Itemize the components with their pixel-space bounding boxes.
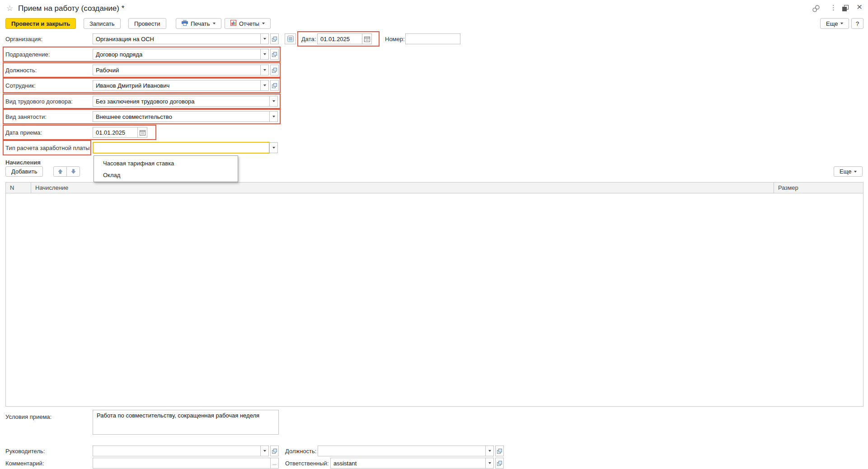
date-calendar-button[interactable] xyxy=(362,33,372,44)
arrow-down-icon xyxy=(71,169,76,174)
conditions-textarea[interactable]: Работа по совместительству, сокращенная … xyxy=(93,410,279,435)
contract-type-dropdown-button[interactable] xyxy=(269,96,278,107)
chevron-down-icon xyxy=(263,53,266,55)
dropdown-option-hourly-rate[interactable]: Часовая тарифная ставка xyxy=(94,157,238,169)
print-button[interactable]: Печать xyxy=(176,18,221,29)
date-label: Дата: xyxy=(301,33,316,44)
toolbar-more-button[interactable]: Еще xyxy=(820,18,849,29)
hire-date-input[interactable] xyxy=(93,127,138,138)
open-link-icon xyxy=(497,461,502,466)
more-menu-icon[interactable]: ⋮ xyxy=(830,4,837,12)
chevron-down-icon xyxy=(262,23,265,24)
page-title: Прием на работу (создание) * xyxy=(18,4,124,13)
save-button[interactable]: Записать xyxy=(84,18,121,29)
position-open-button[interactable] xyxy=(270,65,279,75)
help-label: ? xyxy=(856,20,859,27)
salary-calc-type-dropdown-list: Часовая тарифная ставка Оклад xyxy=(94,155,238,182)
accruals-more-label: Еще xyxy=(840,168,851,175)
comment-more-button[interactable]: ... xyxy=(270,458,279,469)
salary-calc-type-dropdown-button[interactable] xyxy=(269,142,278,153)
comment-input[interactable] xyxy=(93,458,271,469)
open-link-icon xyxy=(272,68,277,73)
column-header-amount: Размер xyxy=(774,183,863,193)
restore-window-icon[interactable] xyxy=(842,5,849,13)
printer-icon xyxy=(182,20,188,27)
accruals-table: N Начисление Размер xyxy=(5,182,863,407)
close-window-icon[interactable]: × xyxy=(857,1,862,12)
post-and-close-button[interactable]: Провести и закрыть xyxy=(5,18,76,29)
link-icon[interactable] xyxy=(812,5,820,14)
manager-position-dropdown-button[interactable] xyxy=(485,446,494,456)
organization-input[interactable] xyxy=(93,33,261,44)
accruals-table-body[interactable] xyxy=(6,193,863,406)
conditions-label: Условия приема: xyxy=(5,411,52,422)
move-up-button[interactable] xyxy=(53,166,67,177)
accruals-section-title: Начисления xyxy=(5,159,41,166)
open-link-icon xyxy=(497,449,502,454)
employee-input[interactable] xyxy=(93,80,261,91)
manager-position-input[interactable] xyxy=(318,446,486,456)
department-label: Подразделение: xyxy=(5,49,50,60)
chevron-down-icon xyxy=(488,462,491,464)
employee-open-button[interactable] xyxy=(270,80,279,91)
add-accrual-label: Добавить xyxy=(11,168,37,175)
employment-type-dropdown-button[interactable] xyxy=(269,111,278,122)
manager-label: Руководитель: xyxy=(5,446,45,456)
post-label: Провести xyxy=(134,20,160,27)
reports-button[interactable]: Отчеты xyxy=(225,18,271,29)
responsible-input[interactable] xyxy=(330,458,486,469)
date-input[interactable] xyxy=(317,33,362,44)
accruals-more-button[interactable]: Еще xyxy=(834,166,863,177)
department-dropdown-button[interactable] xyxy=(260,49,269,60)
open-link-icon xyxy=(272,449,277,454)
organization-dropdown-button[interactable] xyxy=(260,33,269,44)
chevron-down-icon xyxy=(263,38,266,40)
help-button[interactable]: ? xyxy=(851,18,863,29)
chevron-down-icon xyxy=(488,450,491,452)
manager-position-label: Должность: xyxy=(285,446,316,456)
favorite-star-icon[interactable]: ☆ xyxy=(6,4,13,13)
chevron-down-icon xyxy=(263,84,266,86)
list-icon xyxy=(287,36,294,42)
position-label: Должность: xyxy=(5,65,37,75)
responsible-dropdown-button[interactable] xyxy=(485,458,494,469)
arrow-up-icon xyxy=(58,169,63,174)
position-input[interactable] xyxy=(93,65,261,75)
contract-type-input[interactable] xyxy=(93,96,270,107)
manager-input[interactable] xyxy=(93,446,261,456)
responsible-open-button[interactable] xyxy=(495,458,504,469)
move-down-button[interactable] xyxy=(66,166,80,177)
manager-position-open-button[interactable] xyxy=(495,446,504,456)
comment-label: Комментарий: xyxy=(5,458,44,469)
reports-label: Отчеты xyxy=(239,20,259,27)
department-input[interactable] xyxy=(93,49,261,60)
toolbar-more-label: Еще xyxy=(826,20,838,27)
hire-date-label: Дата приема: xyxy=(5,127,42,138)
chevron-down-icon xyxy=(272,100,275,102)
post-button[interactable]: Провести xyxy=(128,18,166,29)
add-accrual-button[interactable]: Добавить xyxy=(5,166,43,177)
column-header-accrual: Начисление xyxy=(31,183,774,193)
position-dropdown-button[interactable] xyxy=(260,65,269,75)
calendar-icon xyxy=(364,36,370,42)
hire-date-calendar-button[interactable] xyxy=(137,127,147,138)
open-link-icon xyxy=(272,83,277,88)
organization-open-button[interactable] xyxy=(270,33,279,44)
calendar-icon xyxy=(140,130,145,136)
chevron-down-icon xyxy=(272,116,275,117)
open-link-icon xyxy=(272,37,277,42)
salary-calc-type-label: Тип расчета заработной платы: xyxy=(5,142,91,153)
number-label: Номер: xyxy=(385,33,405,44)
department-open-button[interactable] xyxy=(270,49,279,60)
dropdown-option-salary[interactable]: Оклад xyxy=(94,169,238,181)
chevron-down-icon xyxy=(263,69,266,71)
employee-dropdown-button[interactable] xyxy=(260,80,269,91)
salary-calc-type-input[interactable] xyxy=(93,142,270,154)
list-menu-button[interactable] xyxy=(285,33,296,44)
manager-open-button[interactable] xyxy=(270,446,279,456)
employment-type-input[interactable] xyxy=(93,111,270,122)
number-input[interactable] xyxy=(405,33,460,44)
chevron-down-icon xyxy=(272,147,275,149)
manager-dropdown-button[interactable] xyxy=(260,446,269,456)
organization-label: Организация: xyxy=(5,33,42,44)
